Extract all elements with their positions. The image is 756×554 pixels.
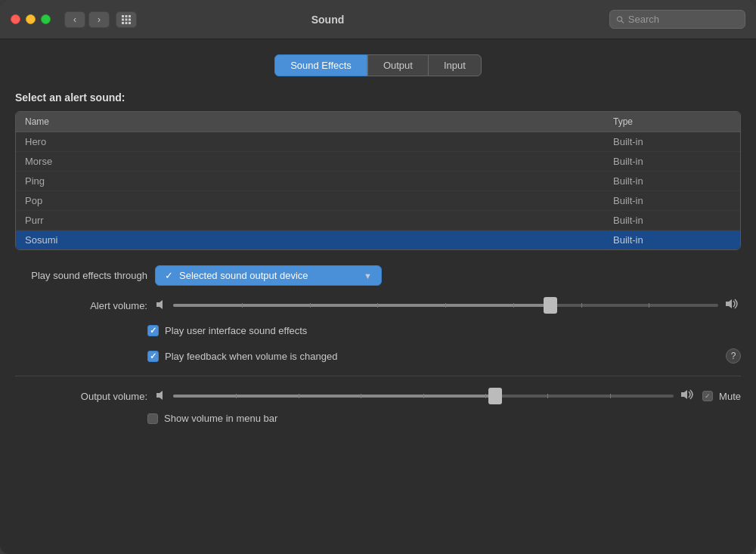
ui-sounds-label: Play user interface sound effects [165,325,307,336]
svg-marker-14 [681,390,687,399]
table-rows: Hero Built-in Morse Built-in Ping Built-… [16,132,740,249]
sound-name: Ping [16,172,604,190]
table-row[interactable]: Hero Built-in [16,132,740,152]
menu-bar-row: Show volume in menu bar [15,413,741,424]
table-row[interactable]: Purr Built-in [16,211,740,231]
check-icon: ✓ [705,392,711,400]
sound-name: Hero [16,132,604,151]
alert-volume-row: Alert volume: [15,298,741,313]
table-row[interactable]: Pop Built-in [16,191,740,211]
sound-name: Pop [16,191,604,210]
output-volume-high-icon [680,388,696,404]
tab-sound-effects[interactable]: Sound Effects [274,54,367,76]
header-type: Type [604,112,740,132]
svg-line-10 [621,20,624,23]
volume-high-icon [724,298,741,313]
sound-preferences-window: ‹ › Sound [0,0,756,554]
sound-type: Built-in [604,132,740,151]
sound-type: Built-in [604,231,740,249]
output-volume-slider-row: ✓ Mute [155,388,741,404]
menu-bar-checkbox[interactable] [147,413,158,424]
tabs: Sound Effects Output Input [15,54,741,76]
check-icon: ✓ [150,351,156,361]
svg-marker-13 [156,391,163,400]
minimize-button[interactable] [26,14,36,24]
output-volume-low-icon [155,389,167,404]
alert-volume-slider-row [155,298,741,313]
sound-name: Sosumi [16,231,604,249]
checkmark-icon: ✓ [165,270,173,281]
menu-bar-label: Show volume in menu bar [164,413,277,424]
dropdown-value: Selected sound output device [179,270,308,281]
sound-type: Built-in [604,172,740,190]
alert-volume-label: Alert volume: [15,300,147,311]
maximize-button[interactable] [41,14,51,24]
mute-label: Mute [719,391,741,402]
play-through-dropdown[interactable]: ✓ Selected sound output device ▼ [155,265,382,286]
search-bar[interactable] [609,10,745,29]
sound-type: Built-in [604,152,740,171]
play-through-label: Play sound effects through [15,270,147,281]
feedback-checkbox[interactable]: ✓ [147,351,159,362]
chevron-down-icon: ▼ [364,271,372,280]
header-name: Name [16,112,604,132]
close-button[interactable] [11,14,20,24]
sound-type: Built-in [604,211,740,230]
output-section: Output volume: [15,388,741,424]
ui-sounds-row: ✓ Play user interface sound effects [15,325,741,336]
alert-sound-label: Select an alert sound: [15,91,741,104]
titlebar: ‹ › Sound [0,0,756,39]
search-icon [616,15,624,24]
table-row[interactable]: Sosumi Built-in [16,231,740,249]
sound-table: Name Type Hero Built-in Morse Built-in P… [15,111,741,250]
tab-input[interactable]: Input [428,54,482,76]
ui-sounds-checkbox[interactable]: ✓ [147,325,159,336]
volume-low-icon [155,299,167,313]
output-volume-track[interactable] [173,395,674,398]
traffic-lights [11,14,51,24]
sound-type: Built-in [604,191,740,210]
alert-volume-track[interactable] [173,304,718,307]
mute-row: ✓ Mute [702,391,741,402]
main-content: Sound Effects Output Input Select an ale… [0,39,756,554]
feedback-row: ✓ Play feedback when volume is changed ? [15,348,741,364]
search-input[interactable] [628,14,739,25]
sound-name: Purr [16,211,604,230]
table-row[interactable]: Ping Built-in [16,172,740,191]
svg-marker-12 [726,299,732,308]
controls-section: Play sound effects through ✓ Selected so… [15,265,741,364]
svg-marker-11 [156,300,163,309]
play-through-row: Play sound effects through ✓ Selected so… [15,265,741,286]
output-volume-row: Output volume: [15,388,741,404]
sound-name: Morse [16,152,604,171]
table-header: Name Type [16,112,740,132]
mute-checkbox[interactable]: ✓ [702,391,713,401]
help-button[interactable]: ? [726,348,741,364]
window-title: Sound [52,14,603,26]
svg-point-9 [617,16,621,20]
output-volume-label: Output volume: [15,391,147,402]
table-row[interactable]: Morse Built-in [16,152,740,172]
tab-output[interactable]: Output [367,54,428,76]
check-icon: ✓ [150,326,156,336]
feedback-label: Play feedback when volume is changed [165,351,337,362]
divider [15,376,741,376]
